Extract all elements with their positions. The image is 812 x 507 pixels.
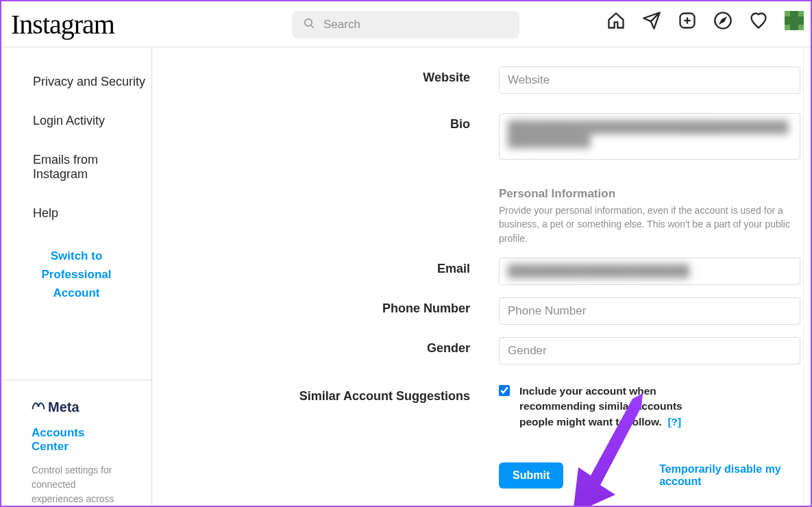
email-label: Email bbox=[152, 258, 499, 276]
gender-input[interactable] bbox=[499, 337, 800, 364]
similar-suggestions-label: Similar Account Suggestions bbox=[152, 384, 499, 405]
similar-suggestions-text: Include your account when recommending s… bbox=[519, 384, 698, 430]
email-input[interactable]: ██████████████████████ bbox=[499, 258, 800, 285]
sidebar-item-emails[interactable]: Emails from Instagram bbox=[1, 140, 151, 194]
similar-suggestions-checkbox[interactable] bbox=[499, 385, 510, 396]
instagram-logo[interactable]: Instagram bbox=[11, 8, 114, 40]
sidebar-footer: Meta Accounts Center Control settings fo… bbox=[1, 380, 151, 507]
bio-value: ████████████████████████████████████████… bbox=[508, 121, 789, 147]
accounts-center-desc: Control settings for connected experienc… bbox=[32, 463, 121, 507]
sidebar-item-login-activity[interactable]: Login Activity bbox=[1, 101, 151, 140]
disable-account-link[interactable]: Temporarily disable my account bbox=[659, 463, 803, 488]
messages-icon[interactable] bbox=[642, 11, 661, 30]
phone-label: Phone Number bbox=[152, 297, 499, 316]
sidebar-item-privacy[interactable]: Privacy and Security bbox=[1, 62, 151, 101]
svg-line-1 bbox=[311, 25, 314, 28]
profile-avatar[interactable] bbox=[785, 11, 804, 30]
website-input[interactable] bbox=[499, 66, 800, 94]
settings-sidebar: Privacy and Security Login Activity Emai… bbox=[1, 47, 152, 506]
svg-marker-7 bbox=[721, 18, 726, 23]
search-box[interactable] bbox=[292, 11, 519, 38]
personal-info-desc: Provide your personal information, even … bbox=[499, 203, 803, 245]
meta-brand-text: Meta bbox=[48, 399, 79, 415]
search-input[interactable] bbox=[323, 18, 508, 32]
svg-point-0 bbox=[305, 19, 312, 27]
similar-help-link[interactable]: [?] bbox=[667, 416, 681, 428]
new-post-icon[interactable] bbox=[678, 11, 697, 30]
bio-label: Bio bbox=[152, 113, 499, 132]
explore-icon[interactable] bbox=[713, 11, 733, 30]
activity-icon[interactable] bbox=[749, 11, 768, 30]
search-icon bbox=[303, 17, 323, 32]
top-icons bbox=[606, 11, 804, 30]
phone-input[interactable] bbox=[499, 297, 800, 325]
edit-profile-form: Website Bio ████████████████████████████… bbox=[152, 47, 804, 506]
accounts-center-link[interactable]: Accounts Center bbox=[32, 426, 121, 454]
switch-professional-link[interactable]: Switch to Professional Account bbox=[1, 233, 151, 319]
submit-button[interactable]: Submit bbox=[499, 462, 563, 489]
website-label: Website bbox=[152, 66, 499, 85]
bio-input[interactable]: ████████████████████████████████████████… bbox=[499, 113, 800, 160]
personal-info-heading: Personal Information bbox=[499, 187, 803, 201]
gender-label: Gender bbox=[152, 337, 499, 356]
home-icon[interactable] bbox=[606, 11, 626, 30]
meta-logo: Meta bbox=[32, 399, 121, 415]
email-value: ██████████████████████ bbox=[508, 264, 689, 278]
top-nav: Instagram bbox=[1, 1, 811, 47]
sidebar-item-help[interactable]: Help bbox=[1, 194, 151, 233]
